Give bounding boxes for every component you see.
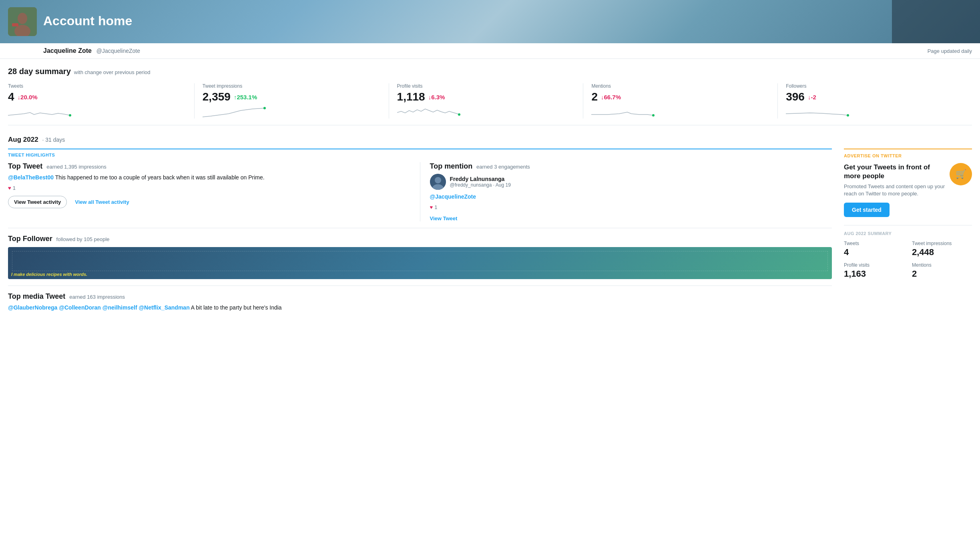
top-tweet-title: Top Tweet [8,162,42,170]
top-media-title: Top media Tweet [8,292,65,300]
summary-title: 28 day summary [8,67,71,76]
stat-profile-visits-label: Profile visits [397,83,575,89]
account-handle: @JacquelineZote [96,48,140,54]
top-media-section: Top media Tweet earned 163 impressions @… [8,292,832,312]
top-mention-subtitle: earned 3 engagements [476,164,530,170]
advertise-text-group: Get your Tweets in front of more people … [844,163,945,217]
top-tweet-like-count: 1 [13,185,16,191]
main-content: 28 day summary with change over previous… [0,59,980,315]
stats-row: Tweets 4 ↓20.0% Tweet impressions 2,359 [8,83,972,125]
header-text-group: Account home [43,14,132,30]
stat-followers-change: ↓-2 [808,94,816,101]
top-media-body-text: A bit late to the party but here's India [191,304,282,311]
top-follower-subtitle: followed by 105 people [56,236,110,242]
left-column: TWEET HIGHLIGHTS Top Tweet earned 1,395 … [8,149,832,315]
mention-user-info: Freddy Lalnunsanga @freddy_nunsanga · Au… [450,176,511,188]
top-tweet-body: This happened to me too a couple of year… [55,174,265,181]
tweet-highlights-row: Top Tweet earned 1,395 impressions @Bela… [8,162,832,228]
top-media-subtitle: earned 163 impressions [69,294,125,300]
advertise-title: Get your Tweets in front of more people [844,163,945,181]
cart-icon: 🛒 [956,169,966,179]
right-column: ADVERTISE ON TWITTER Get your Tweets in … [844,149,972,315]
svg-point-6 [458,113,460,116]
stat-mentions: Mentions 2 ↓66.7% [591,83,778,119]
aug-stat-tweets-label: Tweets [844,241,904,246]
top-tweet-col: Top Tweet earned 1,395 impressions @Bela… [8,162,420,221]
account-info: Jacqueline Zote @JacquelineZote [43,47,928,54]
svg-point-10 [435,177,441,183]
svg-point-5 [263,107,266,109]
top-tweet-handle-link[interactable]: @BelaTheBest00 [8,174,54,181]
page-title: Account home [43,14,132,28]
stat-mentions-label: Mentions [591,83,769,89]
aug-stat-tweets-value: 4 [844,247,904,257]
stat-impressions-label: Tweet impressions [203,83,381,89]
aug-stats-grid: Tweets 4 Tweet impressions 2,448 Profile… [844,241,972,279]
top-tweet-text: @BelaTheBest00 This happened to me too a… [8,174,410,182]
stat-followers-label: Followers [786,83,964,89]
aug-stat-impressions-label: Tweet impressions [912,241,972,246]
aug-stat-profile-visits: Profile visits 1,163 [844,262,904,279]
mention-date-value: Aug 19 [496,182,511,188]
follower-banner-text: I make delicious recipes with words. [11,272,87,277]
top-mention-likes: ♥ 1 [430,204,832,210]
aug-stat-mentions-label: Mentions [912,262,972,268]
advertise-content: Get your Tweets in front of more people … [844,163,972,217]
view-all-tweet-activity-link[interactable]: View all Tweet activity [75,199,129,205]
avatar [8,7,37,36]
mention-link[interactable]: @JacquelineZote [430,193,476,200]
top-media-links[interactable]: @GlauberNobrega @ColleenDoran @neilhimse… [8,304,190,311]
svg-point-7 [652,114,655,117]
stat-followers-value: 396 [786,90,805,103]
aug-summary-section: AUG 2022 SUMMARY Tweets 4 Tweet impressi… [844,225,972,279]
aug-stat-profile-visits-value: 1,163 [844,269,904,279]
top-follower-section: Top Follower followed by 105 people I ma… [8,235,832,286]
page-updated-text: Page updated daily [928,48,972,54]
month-section: Aug 2022 · 31 days [8,129,972,147]
top-tweet-subtitle: earned 1,395 impressions [46,164,106,170]
summary-section: 28 day summary with change over previous… [8,59,972,129]
top-tweet-likes: ♥ 1 [8,185,410,191]
view-tweet-activity-button[interactable]: View Tweet activity [8,196,67,208]
two-col-layout: TWEET HIGHLIGHTS Top Tweet earned 1,395 … [8,149,972,315]
top-mention-title: Top mention [430,162,473,170]
svg-point-1 [18,13,27,24]
mention-user-name: Freddy Lalnunsanga [450,176,511,182]
view-tweet-link[interactable]: View Tweet [430,215,458,221]
follower-banner: I make delicious recipes with words. [8,247,832,279]
svg-point-8 [847,114,849,117]
mention-user-handle-date: @freddy_nunsanga · Aug 19 [450,182,511,188]
heart-icon: ♥ [8,185,11,191]
get-started-button[interactable]: Get started [844,203,890,217]
aug-stat-mentions: Mentions 2 [912,262,972,279]
top-follower-title: Top Follower [8,235,52,243]
stat-impressions: Tweet impressions 2,359 ↑253.1% [203,83,389,119]
advertise-icon: 🛒 [950,163,972,185]
aug-stat-impressions-value: 2,448 [912,247,972,257]
follower-banner-decoration [12,251,828,271]
month-title: Aug 2022 [8,136,38,143]
svg-rect-3 [12,23,18,26]
top-media-text: @GlauberNobrega @ColleenDoran @neilhimse… [8,304,832,312]
header-banner: Account home [0,0,980,43]
mention-user-row: Freddy Lalnunsanga @freddy_nunsanga · Au… [430,174,832,190]
stat-mentions-change: ↓66.7% [601,94,621,101]
stat-tweets-label: Tweets [8,83,186,89]
stat-followers: Followers 396 ↓-2 [786,83,972,119]
aug-stat-impressions: Tweet impressions 2,448 [912,241,972,257]
stat-profile-visits: Profile visits 1,118 ↓6.3% [397,83,584,119]
advertise-description: Promoted Tweets and content open up your… [844,183,945,197]
aug-stat-tweets: Tweets 4 [844,241,904,257]
mention-avatar [430,174,446,190]
stat-impressions-change: ↑253.1% [234,94,257,101]
advertise-section: ADVERTISE ON TWITTER Get your Tweets in … [844,149,972,217]
svg-point-4 [69,114,71,117]
stat-tweets-change: ↓20.0% [18,94,38,101]
top-mention-text: @JacquelineZote [430,193,832,201]
top-mention-col: Top mention earned 3 engagements [430,162,832,221]
aug-stat-profile-visits-label: Profile visits [844,262,904,268]
stat-profile-visits-change: ↓6.3% [428,94,445,101]
top-tweet-actions: View Tweet activity View all Tweet activ… [8,196,410,208]
aug-stat-mentions-value: 2 [912,269,972,279]
stat-impressions-value: 2,359 [203,90,231,103]
